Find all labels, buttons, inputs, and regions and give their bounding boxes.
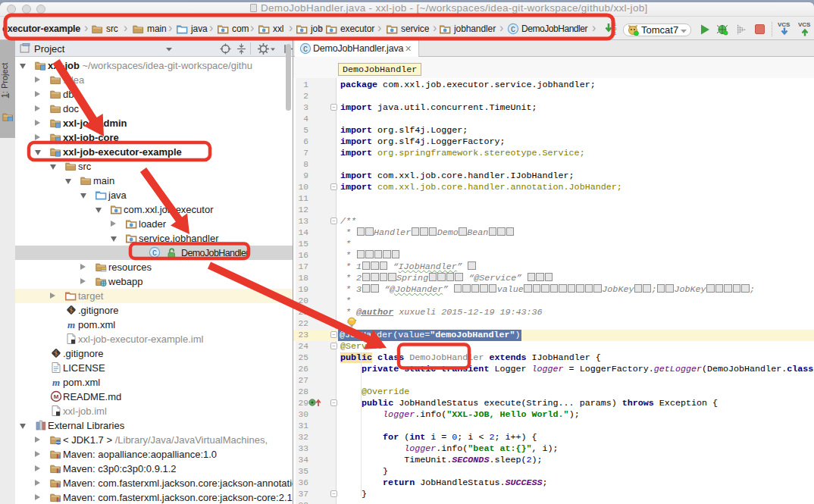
svg-text:m: m: [52, 377, 60, 388]
svg-text:m: m: [67, 319, 75, 330]
svg-text:C: C: [303, 45, 308, 54]
svg-text:C: C: [511, 26, 515, 34]
svg-text:M: M: [54, 393, 59, 400]
svg-text:C: C: [152, 249, 157, 258]
